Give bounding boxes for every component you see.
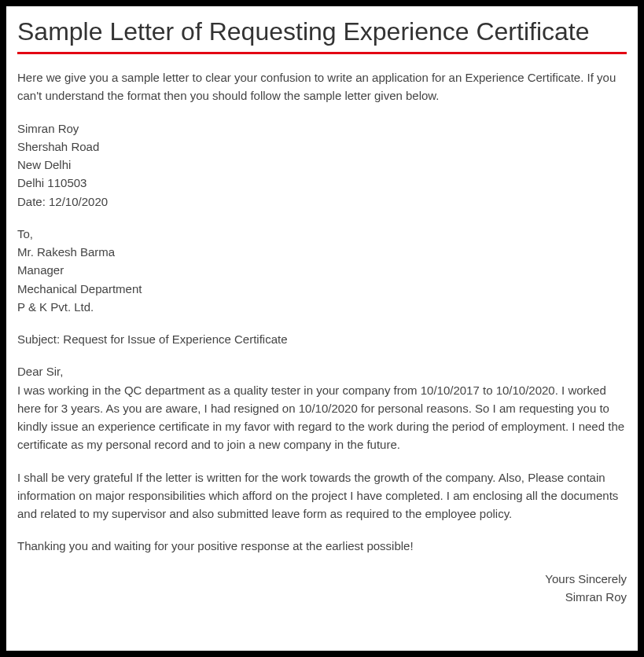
document-container: Sample Letter of Requesting Experience C… <box>0 0 644 657</box>
recipient-to: To, <box>17 225 627 243</box>
closing-sincerely: Yours Sincerely <box>17 570 627 588</box>
thanks-line: Thanking you and waiting for your positi… <box>17 537 627 555</box>
closing-block: Yours Sincerely Simran Roy <box>17 570 627 607</box>
recipient-block: To, Mr. Rakesh Barma Manager Mechanical … <box>17 225 627 316</box>
sender-state-zip: Delhi 110503 <box>17 174 627 192</box>
recipient-name: Mr. Rakesh Barma <box>17 243 627 261</box>
recipient-company: P & K Pvt. Ltd. <box>17 298 627 316</box>
salutation: Dear Sir, <box>17 362 627 380</box>
paragraph-2: I shall be very grateful If the letter i… <box>17 468 627 523</box>
letter-body-1: Dear Sir, I was working in the QC depart… <box>17 362 627 453</box>
intro-text: Here we give you a sample letter to clea… <box>17 68 627 105</box>
recipient-position: Manager <box>17 261 627 279</box>
closing-name: Simran Roy <box>17 588 627 606</box>
sender-block: Simran Roy Shershah Road New Delhi Delhi… <box>17 119 627 211</box>
sender-date: Date: 12/10/2020 <box>17 193 627 211</box>
document-title: Sample Letter of Requesting Experience C… <box>17 16 627 47</box>
paragraph-1: I was working in the QC department as a … <box>17 384 624 452</box>
title-divider <box>17 52 627 54</box>
sender-name: Simran Roy <box>17 119 627 138</box>
subject-line: Subject: Request for Issue of Experience… <box>17 330 627 348</box>
recipient-department: Mechanical Department <box>17 280 627 298</box>
sender-street: Shershah Road <box>17 138 627 156</box>
sender-city: New Delhi <box>17 156 627 174</box>
